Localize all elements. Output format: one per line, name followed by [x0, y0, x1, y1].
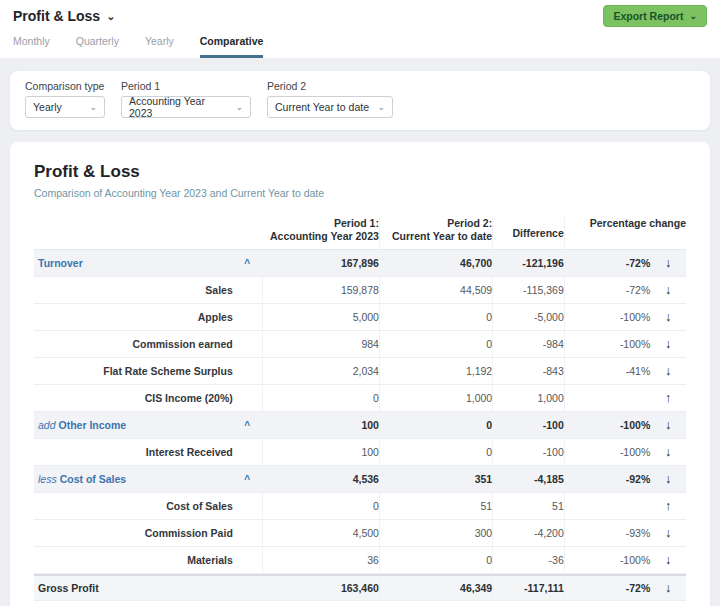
row-label-prefix: add: [38, 419, 56, 431]
decrease-arrow-icon: ↓: [650, 581, 686, 595]
row-label: Flat Rate Scheme Surplus: [34, 365, 233, 377]
tab-monthly[interactable]: Monthly: [13, 35, 50, 58]
export-report-button[interactable]: Export Report ⌄: [603, 5, 707, 27]
column-header-difference: Difference: [493, 217, 565, 249]
period2-select[interactable]: Current Year to date ⌄: [267, 96, 393, 118]
profit-loss-table: Period 1: Accounting Year 2023 Period 2:…: [34, 214, 686, 601]
period1-select[interactable]: Accounting Year 2023 ⌄: [121, 96, 251, 118]
difference-value: -121,196: [493, 250, 565, 276]
decrease-arrow-icon: ↓: [650, 472, 686, 486]
period2-label: Period 2: [267, 80, 393, 92]
row-label[interactable]: addOther Income: [34, 419, 233, 431]
period1-value: Accounting Year 2023: [129, 95, 227, 119]
chevron-spacer: [233, 547, 263, 573]
percentage-value: -100%: [565, 304, 650, 330]
decrease-arrow-icon: ↓: [650, 256, 686, 270]
collapse-chevron-icon[interactable]: ^: [233, 412, 263, 438]
column-header-percentage: Percentage change: [565, 217, 686, 249]
table-row: Gross Profit163,46046,349-117,111-72%↓: [34, 574, 686, 601]
period1-value: 163,460: [263, 576, 380, 600]
period1-value: 4,536: [263, 466, 380, 492]
period1-value: 0: [263, 385, 380, 411]
decrease-arrow-icon: ↓: [650, 445, 686, 459]
decrease-arrow-icon: ↓: [650, 526, 686, 540]
period2-value: 1,192: [380, 358, 493, 384]
chevron-spacer: [233, 277, 263, 303]
difference-value: -100: [493, 439, 565, 465]
table-row: Sales159,87844,509-115,369-72%↓: [34, 277, 686, 304]
report-card: Profit & Loss Comparison of Accounting Y…: [10, 142, 710, 606]
percentage-value: -100%: [565, 331, 650, 357]
chevron-spacer: [233, 358, 263, 384]
collapse-chevron-icon[interactable]: ^: [233, 466, 263, 492]
percentage-value: [565, 493, 650, 519]
decrease-arrow-icon: ↓: [650, 337, 686, 351]
row-label: Apples: [34, 311, 233, 323]
period1-label: Period 1: [121, 80, 251, 92]
report-title: Profit & Loss: [34, 162, 686, 182]
difference-value: -36: [493, 547, 565, 573]
increase-arrow-icon: ↑: [650, 391, 686, 405]
collapse-chevron-icon[interactable]: ^: [233, 250, 263, 276]
period1-group: Period 1 Accounting Year 2023 ⌄: [121, 80, 251, 118]
period2-value: 0: [380, 412, 493, 438]
table-row: Cost of Sales05151↑: [34, 493, 686, 520]
difference-value: 51: [493, 493, 565, 519]
comparison-type-group: Comparison type Yearly ⌄: [25, 80, 105, 118]
comparison-type-label: Comparison type: [25, 80, 105, 92]
report-type-dropdown[interactable]: Profit & Loss ⌄: [13, 8, 115, 24]
tab-comparative[interactable]: Comparative: [200, 35, 264, 58]
period1-value: 4,500: [263, 520, 380, 546]
chevron-spacer: [233, 493, 263, 519]
percentage-value: -72%: [565, 250, 650, 276]
comparison-type-select[interactable]: Yearly ⌄: [25, 96, 105, 118]
decrease-arrow-icon: ↓: [650, 553, 686, 567]
period2-value: 46,700: [380, 250, 493, 276]
table-row: Interest Received1000-100-100%↓: [34, 439, 686, 466]
row-label: Commission Paid: [34, 527, 233, 539]
difference-value: -4,185: [493, 466, 565, 492]
table-row: Materials360-36-100%↓: [34, 547, 686, 574]
period1-value: 167,896: [263, 250, 380, 276]
period1-value: 36: [263, 547, 380, 573]
row-label: Sales: [34, 284, 233, 296]
period2-group: Period 2 Current Year to date ⌄: [267, 80, 393, 118]
difference-value: -984: [493, 331, 565, 357]
table-row: lessCost of Sales^4,536351-4,185-92%↓: [34, 466, 686, 493]
tab-quarterly[interactable]: Quarterly: [76, 35, 119, 58]
period1-value: 5,000: [263, 304, 380, 330]
chevron-down-icon: ⌄: [377, 102, 385, 112]
row-label: Gross Profit: [34, 582, 233, 594]
table-row: Apples5,0000-5,000-100%↓: [34, 304, 686, 331]
percentage-value: -100%: [565, 547, 650, 573]
period2-value: 0: [380, 439, 493, 465]
period1-value: 0: [263, 493, 380, 519]
chevron-spacer: [233, 304, 263, 330]
difference-value: -117,111: [493, 576, 565, 600]
period2-value: 300: [380, 520, 493, 546]
period2-value: 1,000: [380, 385, 493, 411]
table-row: Commission earned9840-984-100%↓: [34, 331, 686, 358]
percentage-value: -72%: [565, 576, 650, 600]
period1-value: 100: [263, 412, 380, 438]
chevron-down-icon: ⌄: [106, 10, 115, 23]
chevron-down-icon: ⌄: [235, 102, 243, 112]
difference-value: -4,200: [493, 520, 565, 546]
row-label-prefix: less: [38, 473, 57, 485]
row-label: Interest Received: [34, 446, 233, 458]
row-label: Commission earned: [34, 338, 233, 350]
row-label[interactable]: lessCost of Sales: [34, 473, 233, 485]
period2-value: 0: [380, 304, 493, 330]
percentage-value: -100%: [565, 412, 650, 438]
period1-value: 2,034: [263, 358, 380, 384]
period2-value: 51: [380, 493, 493, 519]
row-label: CIS Income (20%): [34, 392, 233, 404]
page-content: Comparison type Yearly ⌄ Period 1 Accoun…: [0, 58, 720, 606]
row-label[interactable]: Turnover: [34, 257, 233, 269]
chevron-spacer: [233, 520, 263, 546]
column-header-period2: Period 2: Current Year to date: [380, 217, 493, 249]
column-header-period1: Period 1: Accounting Year 2023: [263, 217, 380, 249]
table-row: addOther Income^1000-100-100%↓: [34, 412, 686, 439]
tab-yearly[interactable]: Yearly: [145, 35, 174, 58]
percentage-value: -93%: [565, 520, 650, 546]
